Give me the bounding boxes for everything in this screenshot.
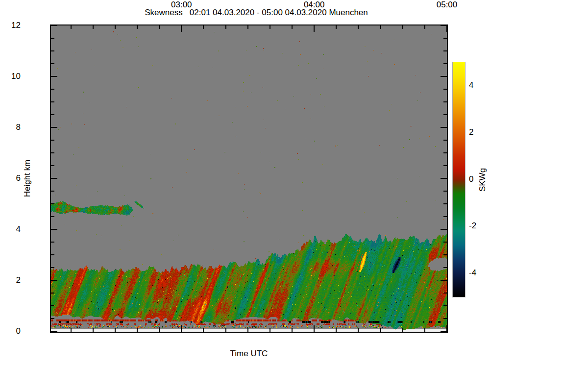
- tick: [443, 242, 447, 243]
- tick: [402, 328, 403, 332]
- tick: [71, 25, 72, 29]
- tick: [441, 280, 447, 281]
- x-tick-label: 05:00: [425, 0, 469, 10]
- tick: [51, 38, 54, 39]
- tick: [441, 25, 447, 26]
- tick: [424, 328, 425, 332]
- tick: [441, 76, 447, 77]
- y-tick-label: 0: [0, 326, 21, 336]
- colorbar-tick-label: -4: [469, 268, 489, 278]
- tick: [159, 328, 160, 332]
- tick: [93, 328, 94, 332]
- tick: [203, 25, 204, 29]
- y-axis-title: Height km: [23, 159, 33, 198]
- y-tick-label: 2: [0, 275, 21, 285]
- y-tick-label: 12: [0, 21, 21, 30]
- tick: [51, 114, 54, 115]
- tick: [51, 254, 54, 255]
- tick: [380, 328, 381, 332]
- tick: [402, 25, 403, 29]
- tick: [51, 89, 54, 90]
- tick: [51, 318, 54, 319]
- skewness-plot-window: Skewness 02:01 04.03.2020 - 05:00 04.03.…: [0, 0, 588, 392]
- tick: [51, 127, 57, 128]
- tick: [51, 203, 54, 204]
- tick: [51, 50, 54, 51]
- tick: [137, 328, 138, 332]
- tick: [51, 178, 57, 179]
- tick: [115, 328, 116, 332]
- tick: [51, 152, 54, 153]
- heatmap-canvas: [51, 25, 447, 332]
- colorbar: [452, 62, 466, 297]
- tick: [51, 191, 54, 192]
- tick: [443, 216, 447, 217]
- tick: [51, 140, 54, 141]
- tick: [181, 325, 182, 332]
- tick: [443, 267, 447, 268]
- tick: [51, 280, 57, 281]
- tick: [336, 25, 337, 29]
- tick: [225, 328, 226, 332]
- tick: [443, 101, 447, 102]
- tick: [51, 63, 54, 64]
- tick: [443, 318, 447, 319]
- tick: [270, 328, 270, 332]
- tick: [443, 305, 447, 306]
- tick: [51, 331, 57, 332]
- tick: [51, 267, 54, 268]
- tick: [443, 293, 447, 294]
- colorbar-gradient: [453, 62, 465, 297]
- x-tick-label: 03:00: [159, 0, 203, 10]
- tick: [443, 152, 447, 153]
- tick: [443, 89, 447, 90]
- tick: [51, 216, 54, 217]
- tick: [51, 229, 57, 230]
- tick: [443, 63, 447, 64]
- tick: [443, 38, 447, 39]
- tick: [51, 101, 54, 102]
- tick: [358, 328, 359, 332]
- colorbar-tick-label: 2: [469, 127, 489, 137]
- tick: [181, 25, 182, 32]
- tick: [51, 76, 57, 77]
- tick: [71, 328, 72, 332]
- tick: [51, 165, 54, 166]
- colorbar-tick-label: -2: [469, 221, 489, 231]
- tick: [115, 25, 116, 29]
- tick: [314, 325, 315, 332]
- tick: [292, 25, 293, 29]
- tick: [443, 165, 447, 166]
- tick: [443, 254, 447, 255]
- tick: [443, 203, 447, 204]
- tick: [51, 293, 54, 294]
- tick: [443, 114, 447, 115]
- tick: [159, 25, 160, 29]
- tick: [380, 25, 381, 29]
- tick: [314, 25, 315, 32]
- tick: [358, 25, 359, 29]
- tick: [443, 50, 447, 51]
- colorbar-tick-label: 4: [469, 80, 489, 90]
- tick: [137, 25, 138, 29]
- tick: [225, 25, 226, 29]
- tick: [93, 25, 94, 29]
- tick: [424, 25, 425, 29]
- tick: [336, 328, 337, 332]
- tick: [247, 25, 248, 29]
- y-tick-label: 10: [0, 72, 21, 81]
- y-tick-label: 8: [0, 122, 21, 132]
- tick: [270, 25, 270, 29]
- tick: [443, 140, 447, 141]
- tick: [443, 191, 447, 192]
- chart-title: Skewness 02:01 04.03.2020 - 05:00 04.03.…: [58, 8, 454, 18]
- colorbar-title: SKWg: [478, 160, 489, 199]
- tick: [441, 331, 447, 332]
- tick: [446, 25, 447, 32]
- tick: [441, 229, 447, 230]
- y-tick-label: 4: [0, 224, 21, 234]
- tick: [441, 178, 447, 179]
- tick: [51, 305, 54, 306]
- x-tick-label: 04:00: [292, 0, 336, 10]
- tick: [247, 328, 248, 332]
